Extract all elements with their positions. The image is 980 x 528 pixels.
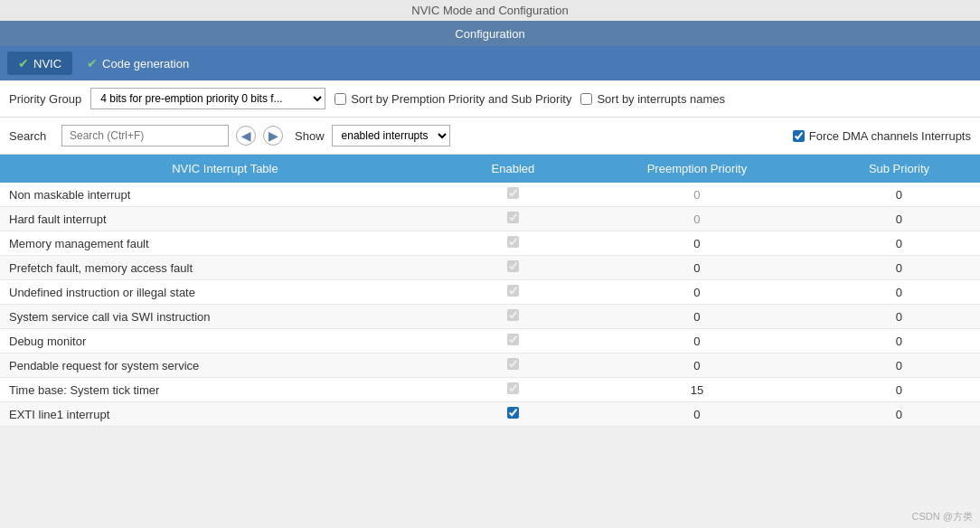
- force-dma-label: Force DMA channels Interrupts: [809, 129, 971, 143]
- preemption-priority-value: 0: [576, 207, 818, 231]
- interrupt-name: Undefined instruction or illegal state: [0, 280, 450, 305]
- sort-interrupts-label: Sort by interrupts names: [597, 92, 725, 106]
- enabled-checkbox: [507, 285, 519, 297]
- content-area: Priority Group 4 bits for pre-emption pr…: [0, 80, 980, 427]
- enabled-checkbox: [507, 212, 519, 223]
- preemption-priority-value: 0: [576, 183, 818, 207]
- col-header-preemption: Preemption Priority: [576, 155, 818, 183]
- table-row: Prefetch fault, memory access fault00: [0, 256, 980, 280]
- preemption-priority-value: 0: [576, 329, 818, 354]
- nav-prev-button[interactable]: ◀: [236, 126, 256, 146]
- enabled-cell: [450, 280, 576, 305]
- enabled-cell: [450, 329, 576, 354]
- preemption-priority-value: 0: [576, 305, 818, 329]
- preemption-priority-value: 0: [576, 354, 818, 378]
- config-title-bar: Configuration: [0, 21, 980, 46]
- search-label: Search: [9, 129, 54, 143]
- enabled-checkbox: [507, 334, 519, 345]
- sort-premption-checkbox[interactable]: [335, 93, 346, 105]
- enabled-cell: [450, 378, 576, 402]
- table-row: Non maskable interrupt00: [0, 183, 980, 207]
- sub-priority-value: 0: [818, 329, 980, 354]
- col-header-name: NVIC Interrupt Table: [0, 155, 450, 183]
- table-row: Memory management fault00: [0, 231, 980, 256]
- enabled-cell: [450, 207, 576, 231]
- check-icon-codegen: ✔: [87, 56, 98, 71]
- sub-priority-value: 0: [818, 402, 980, 427]
- interrupt-name: Debug monitor: [0, 329, 450, 354]
- enabled-cell: [450, 183, 576, 207]
- check-icon-nvic: ✔: [18, 56, 29, 71]
- col-header-subpriority: Sub Priority: [818, 155, 980, 183]
- enabled-checkbox[interactable]: [507, 407, 519, 419]
- interrupt-name: Time base: System tick timer: [0, 378, 450, 402]
- interrupt-name: Hard fault interrupt: [0, 207, 450, 231]
- tab-code-generation[interactable]: ✔ Code generation: [76, 52, 200, 75]
- show-dropdown[interactable]: enabled interrupts all interrupts: [332, 125, 450, 146]
- force-dma-checkbox[interactable]: [793, 130, 805, 142]
- preemption-priority-value: 0: [576, 402, 818, 427]
- tab-nvic[interactable]: ✔ NVIC: [7, 52, 72, 75]
- interrupt-name: Non maskable interrupt: [0, 183, 450, 207]
- sub-priority-value: 0: [818, 280, 980, 305]
- interrupt-name: Prefetch fault, memory access fault: [0, 256, 450, 280]
- top-label: NVIC Mode and Configuration: [0, 0, 980, 21]
- sort-interrupts-checkbox[interactable]: [580, 93, 592, 105]
- preemption-priority-value: 0: [576, 256, 818, 280]
- enabled-checkbox: [507, 358, 519, 370]
- enabled-cell: [450, 256, 576, 280]
- table-row: EXTI line1 interrupt00: [0, 402, 980, 427]
- sub-priority-value: 0: [818, 183, 980, 207]
- enabled-checkbox: [507, 187, 519, 199]
- tab-code-generation-label: Code generation: [102, 57, 189, 71]
- table-row: System service call via SWI instruction0…: [0, 305, 980, 329]
- table-row: Time base: System tick timer150: [0, 378, 980, 402]
- table-container: NVIC Interrupt Table Enabled Preemption …: [0, 155, 980, 427]
- enabled-cell: [450, 305, 576, 329]
- priority-group-label: Priority Group: [9, 92, 81, 106]
- options-row: Priority Group 4 bits for pre-emption pr…: [0, 80, 980, 118]
- table-row: Hard fault interrupt00: [0, 207, 980, 231]
- tab-bar: ✔ NVIC ✔ Code generation: [0, 46, 980, 80]
- search-row: Search ◀ ▶ Show enabled interrupts all i…: [0, 118, 980, 155]
- watermark: CSDN @方类: [912, 510, 973, 523]
- enabled-checkbox: [507, 382, 519, 394]
- sub-priority-value: 0: [818, 305, 980, 329]
- priority-group-dropdown[interactable]: 4 bits for pre-emption priority 0 bits f…: [90, 88, 325, 109]
- table-row: Undefined instruction or illegal state00: [0, 280, 980, 305]
- sub-priority-value: 0: [818, 231, 980, 256]
- interrupt-name: EXTI line1 interrupt: [0, 402, 450, 427]
- sub-priority-value: 0: [818, 354, 980, 378]
- enabled-cell: [450, 231, 576, 256]
- sort-premption-label: Sort by Premption Priority and Sub Prior…: [351, 92, 571, 106]
- preemption-priority-value: 0: [576, 280, 818, 305]
- sort-premption-checkbox-group: Sort by Premption Priority and Sub Prior…: [335, 92, 571, 106]
- force-dma-group: Force DMA channels Interrupts: [793, 129, 971, 143]
- sub-priority-value: 0: [818, 256, 980, 280]
- enabled-cell: [450, 354, 576, 378]
- sub-priority-value: 0: [818, 378, 980, 402]
- nav-next-button[interactable]: ▶: [263, 126, 283, 146]
- table-row: Debug monitor00: [0, 329, 980, 354]
- enabled-checkbox: [507, 309, 519, 321]
- interrupt-name: System service call via SWI instruction: [0, 305, 450, 329]
- show-label: Show: [295, 129, 325, 143]
- nvic-table: NVIC Interrupt Table Enabled Preemption …: [0, 155, 980, 427]
- sort-interrupts-checkbox-group: Sort by interrupts names: [580, 92, 725, 106]
- tab-nvic-label: NVIC: [33, 57, 61, 71]
- search-input[interactable]: [61, 125, 229, 146]
- sub-priority-value: 0: [818, 207, 980, 231]
- interrupt-name: Pendable request for system service: [0, 354, 450, 378]
- enabled-cell: [450, 402, 576, 427]
- table-row: Pendable request for system service00: [0, 354, 980, 378]
- col-header-enabled: Enabled: [450, 155, 576, 183]
- preemption-priority-value: 0: [576, 231, 818, 256]
- preemption-priority-value: 15: [576, 378, 818, 402]
- enabled-checkbox: [507, 236, 519, 248]
- interrupt-name: Memory management fault: [0, 231, 450, 256]
- enabled-checkbox: [507, 260, 519, 272]
